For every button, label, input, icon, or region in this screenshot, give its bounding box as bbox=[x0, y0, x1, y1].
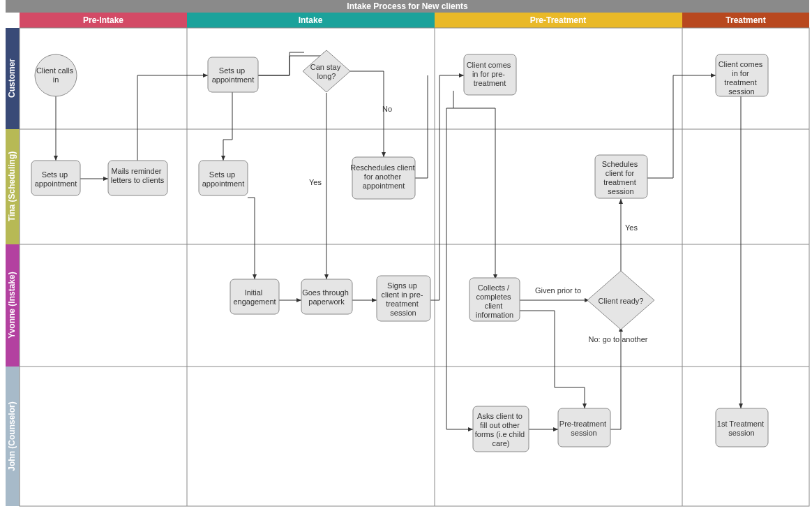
svg-text:Treatment: Treatment bbox=[725, 15, 765, 25]
svg-text:Customer: Customer bbox=[7, 59, 17, 98]
svg-text:Intake: Intake bbox=[299, 15, 323, 25]
svg-text:Pre-Intake: Pre-Intake bbox=[83, 15, 123, 25]
svg-text:John (Counselor): John (Counselor) bbox=[7, 401, 17, 471]
svg-text:Yes: Yes bbox=[625, 223, 638, 232]
svg-text:No: go to another: No: go to another bbox=[588, 335, 647, 343]
svg-text:Mails reminder
    letters to : Mails reminder letters to clients bbox=[111, 167, 165, 184]
svg-text:Pre-Treatment: Pre-Treatment bbox=[530, 15, 587, 25]
svg-text:No: No bbox=[382, 105, 392, 113]
svg-text:Yvonne (Instake): Yvonne (Instake) bbox=[7, 272, 17, 338]
svg-text:Given prior to: Given prior to bbox=[535, 286, 581, 295]
diagram-title: Intake Process for New clients bbox=[347, 1, 468, 11]
svg-text:Yes: Yes bbox=[309, 178, 322, 186]
svg-text:Goes through
    paperwork: Goes through paperwork bbox=[302, 288, 351, 306]
svg-text:Client ready?: Client ready? bbox=[599, 297, 644, 305]
svg-rect-8 bbox=[20, 28, 809, 506]
svg-text:Tina (Scheduling): Tina (Scheduling) bbox=[7, 151, 17, 221]
